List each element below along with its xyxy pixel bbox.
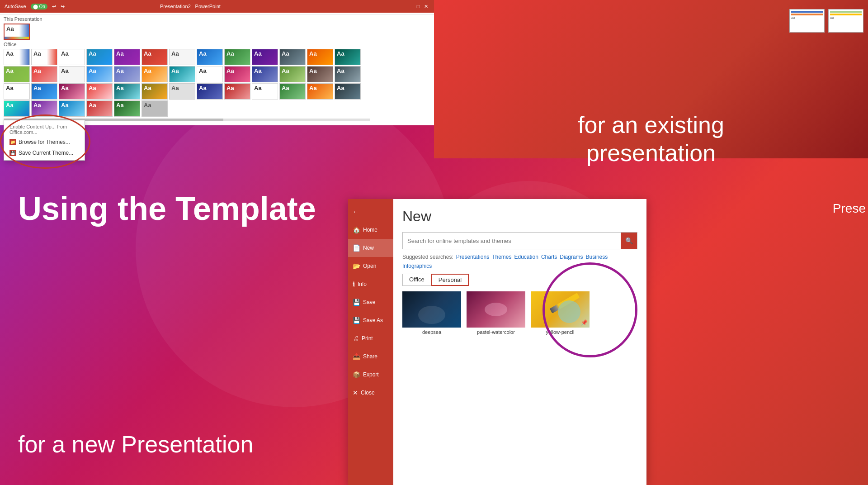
theme-r2-4[interactable]: Aa — [86, 66, 113, 82]
theme-r4-5[interactable]: Aa — [114, 100, 140, 117]
open-icon: 📂 — [353, 262, 360, 270]
theme-r4-3[interactable]: Aa — [59, 100, 85, 117]
slide-thumb-2[interactable]: Aa — [828, 9, 863, 33]
theme-r2-8[interactable]: Aa — [197, 66, 223, 82]
backstage-panel: ← 🏠 Home 📄 New 📂 Open ℹ Info 💾 Save 💾 Sa… — [348, 199, 646, 485]
theme-office-12[interactable]: Aa — [307, 49, 333, 65]
theme-office-6[interactable]: Aa — [142, 49, 168, 65]
autosave-toggle[interactable]: ⬤ On — [31, 4, 47, 10]
search-button[interactable]: 🔍 — [621, 233, 637, 249]
theme-r3-5[interactable]: Aa — [114, 83, 140, 100]
theme-selected[interactable]: Aa — [4, 24, 30, 40]
theme-r2-9[interactable]: Aa — [224, 66, 250, 82]
theme-office-7[interactable]: Aa — [169, 49, 195, 65]
close-btn[interactable]: ✕ — [423, 3, 429, 10]
ppt-window-top: AutoSave ⬤ On ↩ ↪ Presentation2 - PowerP… — [0, 0, 434, 125]
nav-save-as[interactable]: 💾 Save As — [348, 311, 393, 329]
undo-icon[interactable]: ↩ — [52, 4, 56, 10]
theme-r2-3[interactable]: Aa — [59, 66, 85, 82]
nav-info[interactable]: ℹ Info — [348, 275, 393, 293]
nav-share[interactable]: 📤 Share — [348, 347, 393, 366]
template-yellow-pencil[interactable]: yellow-pencil 📌 yellow-pencil — [531, 291, 590, 335]
pin-icon: 📌 — [581, 319, 588, 326]
suggested-searches: Suggested searches: Presentations Themes… — [402, 254, 637, 269]
theme-r3-11[interactable]: Aa — [279, 83, 306, 100]
theme-row-1: Aa Aa Aa Aa Aa Aa Aa Aa Aa Aa Aa Aa Aa — [4, 49, 430, 65]
theme-office-9[interactable]: Aa — [224, 49, 250, 65]
tab-office[interactable]: Office — [402, 274, 431, 286]
theme-r2-7[interactable]: Aa — [169, 66, 195, 82]
theme-r2-11[interactable]: Aa — [279, 66, 306, 82]
search-input[interactable] — [403, 234, 621, 248]
minimize-btn[interactable]: — — [407, 3, 413, 10]
browse-themes-icon: 📁 — [9, 139, 16, 145]
suggested-diagrams[interactable]: Diagrams — [560, 254, 583, 260]
redo-icon[interactable]: ↪ — [61, 4, 65, 10]
theme-r3-12[interactable]: Aa — [307, 83, 333, 100]
ribbon-this-presentation: This Presentation — [4, 16, 430, 22]
nav-save[interactable]: 💾 Save — [348, 293, 393, 311]
suggested-infographics[interactable]: Infographics — [402, 263, 432, 269]
theme-r3-13[interactable]: Aa — [335, 83, 361, 100]
theme-r3-2[interactable]: Aa — [31, 83, 57, 100]
theme-r3-7[interactable]: Aa — [169, 83, 195, 100]
theme-row-4: Aa Aa Aa Aa Aa Aa — [4, 100, 430, 117]
nav-open[interactable]: 📂 Open — [348, 257, 393, 275]
theme-office-5[interactable]: Aa — [114, 49, 140, 65]
theme-r3-10[interactable]: Aa — [252, 83, 278, 100]
theme-r2-12[interactable]: Aa — [307, 66, 333, 82]
suggested-label: Suggested searches: — [402, 254, 453, 260]
theme-r4-6[interactable]: Aa — [142, 100, 168, 117]
theme-r4-2[interactable]: Aa — [31, 100, 57, 117]
template-yellow-pencil-label: yellow-pencil — [531, 329, 590, 335]
theme-r4-1[interactable]: Aa — [4, 100, 30, 117]
theme-r3-3[interactable]: Aa — [59, 83, 85, 100]
theme-office-4[interactable]: Aa — [86, 49, 113, 65]
theme-r2-13[interactable]: Aa — [335, 66, 361, 82]
nav-back[interactable]: ← — [348, 203, 393, 221]
template-watercolor[interactable]: pastel-watercolor — [467, 291, 525, 335]
theme-office-3[interactable]: Aa — [59, 49, 85, 65]
theme-r2-2[interactable]: Aa — [31, 66, 57, 82]
tab-personal[interactable]: Personal — [431, 274, 469, 286]
new-icon: 📄 — [353, 244, 360, 252]
template-deepsea[interactable]: deepsea — [402, 291, 461, 335]
template-watercolor-img — [467, 291, 525, 328]
backstage-main: New 🔍 Suggested searches: Presentations … — [393, 199, 646, 485]
nav-new[interactable]: 📄 New — [348, 239, 393, 257]
backstage-sidebar: ← 🏠 Home 📄 New 📂 Open ℹ Info 💾 Save 💾 Sa… — [348, 199, 393, 485]
theme-office-2[interactable]: Aa — [31, 49, 57, 65]
context-save-theme[interactable]: 💾 Save Current Theme... — [4, 147, 85, 158]
theme-office-8[interactable]: Aa — [197, 49, 223, 65]
theme-r2-5[interactable]: Aa — [114, 66, 140, 82]
theme-r2-1[interactable]: Aa — [4, 66, 30, 82]
theme-r3-4[interactable]: Aa — [86, 83, 113, 100]
nav-export[interactable]: 📦 Export — [348, 366, 393, 384]
theme-office-10[interactable]: Aa — [252, 49, 278, 65]
for-new-text: for a new Presentation — [18, 431, 253, 458]
nav-print[interactable]: 🖨 Print — [348, 329, 393, 347]
theme-office-1[interactable]: Aa — [4, 49, 30, 65]
nav-home[interactable]: 🏠 Home — [348, 221, 393, 239]
suggested-themes[interactable]: Themes — [492, 254, 511, 260]
suggested-business[interactable]: Business — [586, 254, 608, 260]
theme-r4-4[interactable]: Aa — [86, 100, 113, 117]
slide-thumb-1[interactable]: Aa — [789, 9, 825, 33]
theme-r2-6[interactable]: Aa — [142, 66, 168, 82]
suggested-charts[interactable]: Charts — [541, 254, 557, 260]
theme-office-11[interactable]: Aa — [279, 49, 306, 65]
theme-r3-1[interactable]: Aa — [4, 83, 30, 100]
theme-row-3: Aa Aa Aa Aa Aa Aa Aa Aa Aa Aa Aa Aa Aa — [4, 83, 430, 100]
share-icon: 📤 — [353, 353, 360, 360]
suggested-education[interactable]: Education — [514, 254, 538, 260]
theme-r3-9[interactable]: Aa — [224, 83, 250, 100]
context-browse-themes[interactable]: 📁 Browse for Themes... — [4, 137, 85, 147]
theme-r3-8[interactable]: Aa — [197, 83, 223, 100]
nav-close[interactable]: ✕ Close — [348, 384, 393, 402]
maximize-btn[interactable]: □ — [415, 3, 421, 10]
theme-r3-6[interactable]: Aa — [142, 83, 168, 100]
theme-office-13[interactable]: Aa — [335, 49, 361, 65]
using-template-text: Using the Template — [18, 190, 316, 227]
theme-r2-10[interactable]: Aa — [252, 66, 278, 82]
suggested-presentations[interactable]: Presentations — [456, 254, 489, 260]
